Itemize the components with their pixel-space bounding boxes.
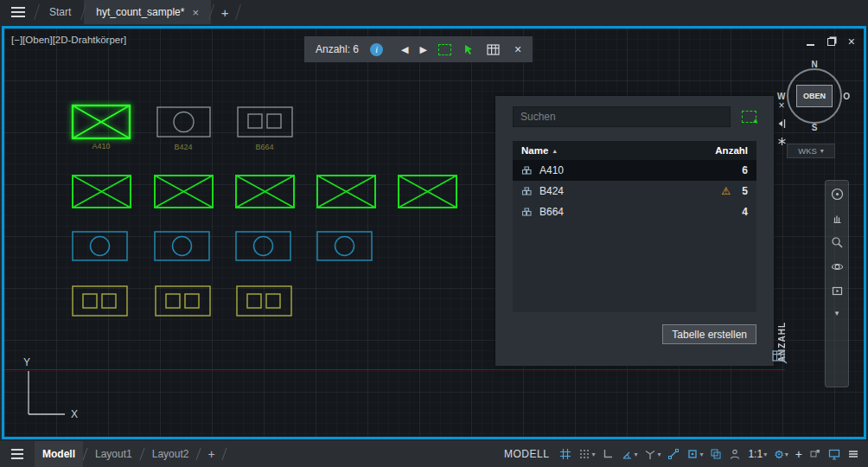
navigation-bar: ▾ (825, 180, 849, 387)
block-a410[interactable] (73, 106, 130, 138)
zoom-icon[interactable] (831, 236, 844, 249)
viewcube[interactable]: N O S W OBEN (780, 61, 849, 131)
chevron-down-icon[interactable]: ▾ (657, 451, 661, 458)
crosshair-toggle[interactable]: + (795, 447, 802, 461)
block-b424[interactable] (236, 232, 290, 260)
previous-instance-icon[interactable]: ◀ (401, 44, 408, 55)
block-icon (521, 187, 533, 196)
block-b664[interactable] (237, 286, 291, 316)
app-menu-icon[interactable] (0, 0, 36, 24)
tab-drawing-active[interactable]: hyt_count_sample* × (84, 0, 211, 24)
block-a410[interactable] (73, 176, 131, 208)
column-count[interactable]: Anzahl (715, 145, 748, 156)
block-b424[interactable] (155, 232, 209, 260)
block-b664[interactable] (156, 286, 210, 316)
chevron-down-icon[interactable]: ▾ (591, 451, 595, 458)
polar-tracking-toggle[interactable]: ▾ (621, 448, 637, 460)
chevron-down-icon[interactable]: ▾ (785, 451, 788, 458)
properties-icon[interactable] (777, 137, 787, 146)
row-count: 4 (737, 206, 748, 218)
gear-icon: ⚙ (774, 449, 784, 460)
create-table-floating-icon[interactable] (772, 350, 788, 364)
wks-dropdown[interactable]: WKS ▾ (787, 144, 835, 158)
ortho-mode-toggle[interactable] (602, 448, 614, 460)
restore-icon[interactable] (827, 38, 835, 46)
isometric-drafting-toggle[interactable]: ▾ (644, 448, 661, 460)
new-layout-button[interactable]: + (201, 447, 221, 461)
compass-north[interactable]: N (811, 60, 817, 69)
block-b424[interactable] (317, 232, 372, 260)
row-name: A410 (539, 164, 724, 176)
workspace-settings-dropdown[interactable]: ⚙ ▾ (774, 449, 788, 460)
new-drawing-button[interactable]: + (212, 0, 238, 24)
tab-divider (221, 448, 227, 460)
modell-space-label[interactable]: MODELL (504, 448, 549, 460)
axis-line[interactable] (4, 369, 785, 370)
tab-modell[interactable]: Modell (35, 441, 83, 467)
auto-hide-icon[interactable] (777, 118, 786, 129)
select-objects-icon[interactable] (463, 43, 475, 56)
close-palette-icon[interactable]: × (778, 100, 784, 111)
block-label-a410: A410 (82, 142, 120, 150)
block-a410[interactable] (317, 176, 375, 208)
row-name: B424 (539, 185, 714, 197)
viewport-controls-label[interactable]: [−][Oben][2D-Drahtkörper] (11, 35, 126, 45)
block-a410[interactable] (236, 176, 294, 208)
grid-display-toggle[interactable] (559, 448, 571, 460)
count-table-row[interactable]: B664 4 (513, 202, 756, 222)
customization-menu-icon[interactable] (847, 448, 859, 460)
annotation-scale-dropdown[interactable]: 1:1 ▾ (748, 448, 767, 460)
count-label: Anzahl: 6 (316, 43, 359, 55)
selection-cycling-toggle[interactable] (710, 448, 722, 460)
count-table-row[interactable]: A410 6 (513, 160, 756, 181)
minimize-icon[interactable] (807, 44, 814, 46)
svg-text:X: X (71, 408, 78, 420)
info-icon[interactable]: i (370, 43, 383, 56)
ucs-icon[interactable]: Y X (11, 354, 94, 426)
chevron-down-icon: ▾ (820, 147, 824, 155)
create-table-button[interactable]: Tabelle erstellen (662, 324, 756, 344)
tab-start[interactable]: Start (37, 0, 83, 24)
navigation-wheel-icon[interactable] (831, 188, 844, 201)
chevron-down-icon[interactable]: ▾ (835, 309, 839, 317)
pan-hand-icon[interactable] (831, 212, 844, 225)
compass-south[interactable]: S (812, 123, 818, 132)
block-b424[interactable] (73, 232, 127, 260)
select-objects-icon[interactable] (742, 111, 756, 123)
object-snap-toggle[interactable]: ▾ (686, 448, 703, 460)
next-instance-icon[interactable]: ▶ (420, 44, 427, 55)
block-b664[interactable] (238, 107, 292, 137)
orbit-icon[interactable] (831, 260, 844, 273)
close-icon[interactable]: × (848, 35, 855, 48)
zoom-selection-icon[interactable] (438, 44, 451, 55)
table-icon[interactable] (487, 44, 500, 55)
annotation-monitor-toggle[interactable] (729, 448, 741, 460)
compass-east[interactable]: O (843, 92, 850, 101)
isolate-objects-toggle[interactable] (809, 448, 821, 460)
table-header[interactable]: Name ▲ Anzahl (513, 141, 756, 160)
tab-layout2[interactable]: Layout2 (144, 441, 197, 467)
count-table-row[interactable]: B424 ⚠ 5 (513, 181, 756, 202)
close-count-icon[interactable]: × (514, 42, 521, 56)
svg-text:Y: Y (23, 356, 30, 368)
snap-mode-toggle[interactable]: ▾ (578, 448, 595, 460)
drawing-viewport[interactable]: A410 B424 B664 Y X [−][Oben][2D-Drahtkör… (2, 26, 866, 439)
drawing-window-controls: × (807, 35, 855, 48)
layout-menu-icon[interactable] (0, 449, 35, 459)
search-input[interactable] (513, 106, 731, 127)
block-a410[interactable] (155, 176, 213, 208)
close-tab-icon[interactable]: × (192, 6, 199, 19)
block-b664[interactable] (73, 286, 127, 316)
chevron-down-icon[interactable]: ▾ (699, 451, 703, 458)
chevron-down-icon[interactable]: ▾ (634, 451, 637, 458)
object-snap-tracking-toggle[interactable] (667, 448, 680, 460)
block-b424[interactable] (157, 107, 210, 137)
chevron-down-icon[interactable]: ▾ (763, 451, 767, 458)
graphics-performance-toggle[interactable] (828, 448, 840, 461)
tab-layout1[interactable]: Layout1 (87, 441, 140, 467)
viewcube-top-face[interactable]: OBEN (796, 85, 833, 107)
showmotion-icon[interactable] (831, 285, 844, 297)
column-name[interactable]: Name (521, 145, 548, 156)
block-label-b664: B664 (246, 143, 284, 151)
block-a410[interactable] (399, 176, 456, 208)
